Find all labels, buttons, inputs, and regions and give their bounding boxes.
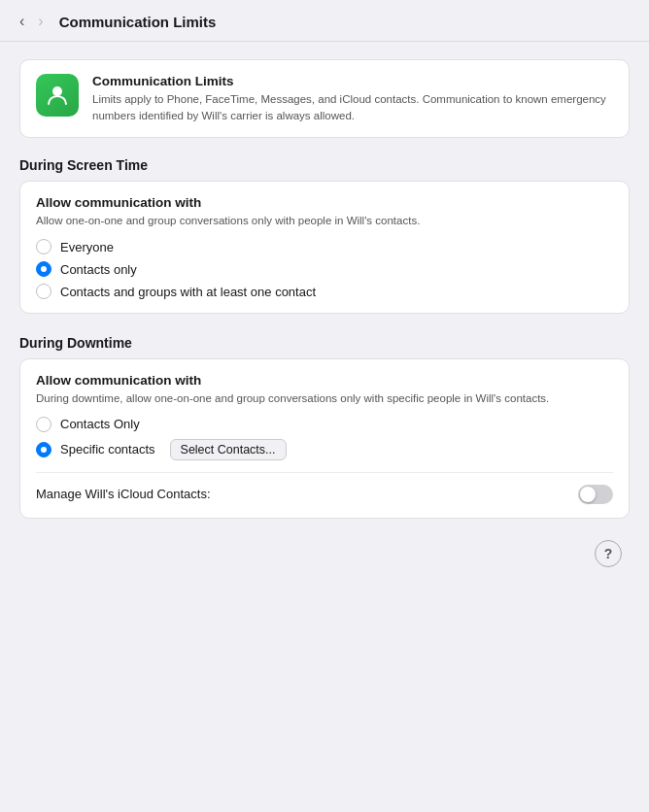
downtime-panel: Allow communication with During downtime… [19, 358, 630, 519]
screen-time-panel-desc: Allow one-on-one and group conversations… [36, 213, 613, 229]
radio-everyone-label: Everyone [60, 240, 114, 254]
screen-time-panel-title: Allow communication with [36, 195, 613, 210]
screen-time-heading: During Screen Time [19, 157, 630, 173]
icloud-label: Manage Will's iCloud Contacts: [36, 487, 211, 501]
screen-time-panel: Allow communication with Allow one-on-on… [19, 181, 630, 314]
radio-contacts-groups-label: Contacts and groups with at least one co… [60, 285, 316, 299]
radio-contacts-groups-circle [36, 284, 51, 299]
radio-everyone-circle [36, 239, 51, 254]
info-text-block: Communication Limits Limits apply to Pho… [92, 74, 613, 123]
communication-icon [45, 83, 70, 108]
help-button[interactable]: ? [595, 540, 622, 567]
app-icon [36, 74, 79, 117]
screen-time-radio-group: Everyone Contacts only Contacts and grou… [36, 239, 613, 299]
info-card: Communication Limits Limits apply to Pho… [19, 59, 630, 138]
radio-contacts-only-circle [36, 261, 51, 277]
main-content: Communication Limits Limits apply to Pho… [0, 42, 649, 587]
forward-button[interactable]: › [34, 12, 47, 31]
radio-contacts-only-label: Contacts only [60, 262, 137, 277]
radio-item-everyone[interactable]: Everyone [36, 239, 613, 254]
downtime-panel-title: Allow communication with [36, 373, 613, 388]
downtime-radio-group: Contacts Only Specific contacts Select C… [36, 417, 613, 460]
icloud-row: Manage Will's iCloud Contacts: [36, 472, 613, 504]
select-contacts-button[interactable]: Select Contacts... [170, 439, 287, 460]
radio-item-contacts-groups[interactable]: Contacts and groups with at least one co… [36, 284, 613, 299]
radio-dt-specific-circle [36, 442, 51, 457]
info-card-title: Communication Limits [92, 74, 613, 88]
info-card-description: Limits apply to Phone, FaceTime, Message… [92, 91, 613, 123]
top-bar: ‹ › Communication Limits [0, 0, 649, 42]
radio-dt-contacts-only-circle [36, 417, 51, 432]
radio-item-contacts-only[interactable]: Contacts only [36, 261, 613, 277]
downtime-panel-desc: During downtime, allow one-on-one and gr… [36, 390, 613, 407]
downtime-heading: During Downtime [19, 335, 630, 351]
icloud-toggle[interactable] [578, 485, 613, 504]
radio-dt-contacts-only-label: Contacts Only [60, 417, 140, 431]
back-button[interactable]: ‹ [16, 12, 28, 31]
radio-item-dt-specific[interactable]: Specific contacts Select Contacts... [36, 439, 613, 460]
page-title: Communication Limits [59, 14, 217, 30]
help-button-container: ? [19, 540, 630, 567]
radio-dt-specific-label: Specific contacts [60, 442, 155, 457]
svg-point-0 [52, 86, 62, 96]
radio-item-dt-contacts-only[interactable]: Contacts Only [36, 417, 613, 432]
